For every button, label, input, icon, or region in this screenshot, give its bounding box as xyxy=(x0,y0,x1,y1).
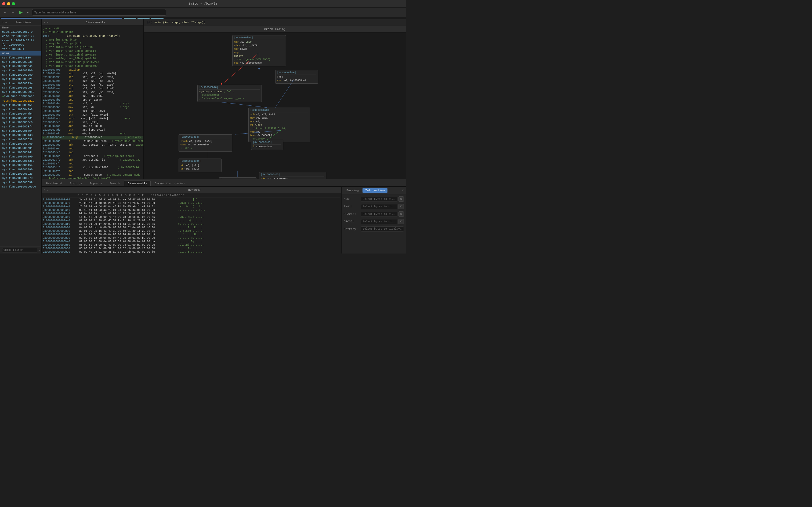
sidebar-item-sym7[interactable]: sym.func.100003934 xyxy=(0,81,41,86)
play-button[interactable]: ▶ xyxy=(18,9,23,15)
hexdump-content[interactable]: 0 1 2 3 4 5 6 7 8 9 A B C D E F 01234567… xyxy=(42,193,341,253)
sidebar-item-sym12[interactable]: sym.func.100003a54 xyxy=(0,103,41,107)
info-tab-parsing[interactable]: Parsing xyxy=(344,188,361,193)
sidebar-item-sym17[interactable]: sym.func.1000053f4 xyxy=(0,124,41,129)
tab-imports[interactable]: Imports xyxy=(86,180,106,186)
sidebar-item-sym8[interactable]: sym.func.100003998 xyxy=(0,86,41,90)
sidebar-item-sym1[interactable]: sym.func.10003830 xyxy=(0,56,41,60)
sidebar-item-sym22[interactable]: sym.func.100005e04 xyxy=(0,146,41,150)
main-layout: ✕ ↻ Functions Name case.0x100003c60.0 ca… xyxy=(0,19,406,253)
disasm-line: 0x100003a94 stp x28, x27, [sp, -0x60]! xyxy=(42,72,143,76)
sidebar-item-sym18[interactable]: sym.func.100005404 xyxy=(0,129,41,133)
quick-filter-input[interactable] xyxy=(2,248,37,252)
hex-row: 0x000000000003aa0 f6 57 03 a9 f4 4f 04 a… xyxy=(43,205,340,209)
sidebar-item-fcn2[interactable]: fcn.100005604 xyxy=(0,47,41,51)
disasm-close-icon[interactable]: ✕ xyxy=(44,21,46,24)
tab-dashboard[interactable]: Dashboard xyxy=(43,180,65,186)
disassembly-content[interactable]: ;-- entry0: ;-- func.100003a90: 1964: in… xyxy=(42,26,143,179)
info-copy-sha1[interactable]: ⧉ xyxy=(399,204,404,209)
info-tab-information[interactable]: Information xyxy=(362,188,388,193)
disasm-line: 0x100003a9c stp x24, x23, [sp, 0x20] xyxy=(42,79,143,83)
traffic-lights xyxy=(2,2,15,5)
progress-segment-3 xyxy=(138,18,150,19)
sidebar-item-sym2[interactable]: sym.func.10000383c xyxy=(0,60,41,64)
dropdown-button[interactable]: ▾ xyxy=(26,10,30,15)
info-copy-crc32[interactable]: ⧉ xyxy=(399,219,404,224)
hex-row: 0x000000000003b70 08 00 49 88 01 00 35 a… xyxy=(43,250,340,253)
minimize-button[interactable] xyxy=(7,2,10,5)
sidebar-item-fcn1[interactable]: fcn.1000000b0 xyxy=(0,43,41,47)
sidebar-item-sym6[interactable]: sym.func.100003924 xyxy=(0,77,41,81)
sidebar-item-sym21[interactable]: sym.func.100005d6e xyxy=(0,142,41,146)
disassembly-header: ✕ ⊙ Disassembly xyxy=(42,19,143,26)
hexdump-close-icon[interactable]: ✕ xyxy=(44,188,46,191)
sidebar-item-sym25[interactable]: sym.func.100006636c xyxy=(0,159,41,163)
sidebar-item-sym28[interactable]: sym.func.100006928 xyxy=(0,172,41,176)
sidebar-item-sym16[interactable]: sym.func.1000053e0 xyxy=(0,120,41,124)
sidebar-item-sym23[interactable]: sym.func.1000061dc xyxy=(0,150,41,155)
info-label-sha1: SHA1: xyxy=(344,205,360,208)
graph-node-2: [0x100003b7e] [x8] cbnz w1, 0x100003ba4 xyxy=(275,70,318,84)
sidebar-item-sym20[interactable]: sym.func.100005638 xyxy=(0,137,41,142)
hex-row: 0x000000000003a90 f3 03 4e 03 40 05 26 f… xyxy=(43,202,340,205)
progress-segment-1 xyxy=(1,18,122,19)
progress-segment-2 xyxy=(124,18,136,19)
sidebar-item-sym26[interactable]: sym.func.100006454 xyxy=(0,163,41,167)
sidebar-item-sym9[interactable]: sym.func.10000039a8 xyxy=(0,90,41,94)
hex-row: 0x000000000003ad0 16 80 52 00 00 00 71 4… xyxy=(43,215,340,219)
disasm-line: 1964: int main (int argc, char **argv); xyxy=(42,34,143,38)
disasm-line: 0x100003ab4 mov x19, x1 ; argv xyxy=(42,102,143,106)
sidebar-item-case1[interactable]: case.0x100003c60.0 xyxy=(0,30,41,34)
sidebar-item-sym31[interactable]: sym.func.100006969d0 xyxy=(0,184,41,189)
info-row-entropy: Entropy: Select bytes to display i... xyxy=(344,226,404,231)
sidebar-item-case2[interactable]: case.0x100003c60.79 xyxy=(0,34,41,38)
sidebar-item-case3[interactable]: case.0x100003c60.84 xyxy=(0,38,41,43)
close-button[interactable] xyxy=(2,2,5,5)
quick-filter-close[interactable]: ✕ xyxy=(38,248,40,252)
forward-button[interactable]: → xyxy=(10,10,16,15)
sidebar-item-sym15[interactable]: sym.func.100004b34 xyxy=(0,116,41,120)
sidebar-item-sym19[interactable]: sym.func.1000054d8 xyxy=(0,133,41,137)
info-copy-sha256[interactable]: ⧉ xyxy=(399,211,404,217)
sidebar-item-sym14[interactable]: sym.func.100004ab4 xyxy=(0,112,41,116)
disasm-line: 0x100003ac0 str xzr, [x21, 0x10] xyxy=(42,113,143,117)
close-icon[interactable]: ✕ xyxy=(2,21,4,24)
info-copy-md5[interactable]: ⧉ xyxy=(399,196,404,202)
sidebar-item-sym27[interactable]: sym.func.100006790 xyxy=(0,167,41,172)
sidebar-item-sym29[interactable]: sym.func.100006970 xyxy=(0,176,41,180)
hex-row: 0x000000000003a80 3a a0 01 91 9d 91 e0 0… xyxy=(43,198,340,202)
sidebar-item-sym13[interactable]: sym.func.1000047a8 xyxy=(0,107,41,112)
tab-disassembly[interactable]: Disassembly xyxy=(124,180,151,186)
sidebar-item-sym5[interactable]: sym.func.1000038c0 xyxy=(0,73,41,77)
tab-strings[interactable]: Strings xyxy=(66,180,85,186)
info-row-sha1: SHA1: Select bytes to di... ⧉ xyxy=(344,204,404,209)
back-button[interactable]: ← xyxy=(2,10,8,15)
sidebar-item-sym24[interactable]: sym.func.100006290 xyxy=(0,155,41,159)
disasm-lock-icon[interactable]: ⊙ xyxy=(47,21,49,24)
info-close-button[interactable]: ✕ xyxy=(402,188,404,192)
disasm-line: 0x100003ab8 mov x20, x0 ; argc xyxy=(42,106,143,109)
bottom-panels: ✕ ⊙ Hexdump 0 1 2 3 4 5 6 7 8 9 A B C D … xyxy=(42,186,406,253)
info-panel: Parsing Information ✕ MD5: Select bytes … xyxy=(342,187,406,253)
sidebar-item-sym4[interactable]: sym.func.1000038b0 xyxy=(0,68,41,73)
sidebar-item-sym11[interactable]: ⇒sym.func.100003a1c xyxy=(0,99,41,103)
tab-search[interactable]: Search xyxy=(106,180,124,186)
content-area: ✕ ⊙ Disassembly ;-- entry0: ;-- func.100… xyxy=(42,19,406,253)
progress-area xyxy=(0,17,406,19)
tab-decompiler[interactable]: Decompiler (main) xyxy=(151,180,188,186)
sidebar-item-sym10[interactable]: →sym.func.100003a0c xyxy=(0,94,41,99)
disasm-line: 0x100003aa8 stp x29, x30, [sp, 0x50] xyxy=(42,91,143,95)
sidebar-item-sym3[interactable]: sym.func.10000384c xyxy=(0,64,41,68)
sidebar-name-header: Name xyxy=(0,26,41,30)
sidebar-item-main[interactable]: main xyxy=(0,51,41,56)
refresh-icon[interactable]: ↻ xyxy=(5,21,7,24)
hexdump-lock-icon[interactable]: ⊙ xyxy=(47,188,49,191)
info-label-sha256: SHA256: xyxy=(344,213,360,216)
maximize-button[interactable] xyxy=(12,2,15,5)
disassembly-title: Disassembly xyxy=(49,21,141,24)
address-input[interactable] xyxy=(32,9,166,15)
graph-content[interactable]: [0x100007b54] mov w1, 0x50 adrp x22, __D… xyxy=(144,33,406,179)
info-label-crc32: CRC32: xyxy=(344,220,360,223)
sidebar-item-sym30[interactable]: sym.func.100006699c xyxy=(0,180,41,184)
sidebar: ✕ ↻ Functions Name case.0x100003c60.0 ca… xyxy=(0,19,42,253)
